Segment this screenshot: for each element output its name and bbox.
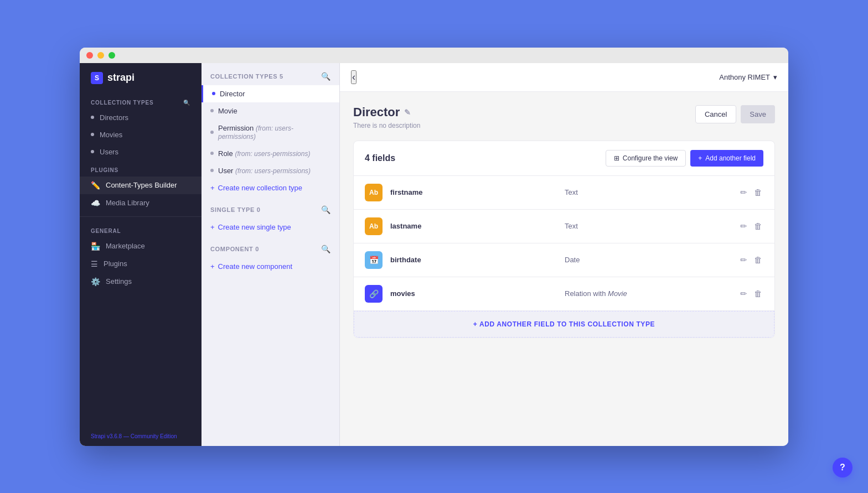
field-name-lastname: lastname (390, 222, 557, 230)
middle-item-director[interactable]: Director (202, 85, 339, 102)
user-menu[interactable]: Anthony RIMET ▾ (719, 73, 777, 81)
dot-icon (210, 152, 214, 155)
fields-actions: ⊞ Configure the view + Add another field (606, 150, 763, 167)
edit-lastname-button[interactable]: ✏ (739, 220, 748, 232)
help-button[interactable]: ? (833, 458, 852, 478)
middle-item-permission[interactable]: Permission (from: users-permissions) (202, 120, 339, 145)
user-name: Anthony RIMET (719, 73, 770, 81)
plus-icon: + (698, 154, 702, 162)
cloud-icon: ☁️ (91, 199, 100, 207)
field-type-movies: Relation with Movie (565, 289, 731, 298)
component-section-title: COMPONENT 0 (210, 246, 259, 252)
sidebar-item-plugins[interactable]: ☰ Plugins (80, 255, 202, 273)
chevron-down-icon: ▾ (773, 73, 777, 81)
sidebar-item-directors[interactable]: Directors (80, 109, 202, 126)
single-type-section-title: SINGLE TYPE 0 (210, 206, 261, 213)
plus-icon: + (210, 262, 215, 271)
content-area: ‹ Anthony RIMET ▾ Director ✎ There is no… (340, 63, 788, 446)
back-button[interactable]: ‹ (351, 70, 356, 84)
dot-icon (210, 109, 214, 112)
sidebar-item-content-types-builder[interactable]: ✏️ Content-Types Builder (80, 177, 202, 194)
save-button[interactable]: Save (741, 105, 775, 123)
single-type-search-icon[interactable]: 🔍 (321, 205, 330, 214)
sidebar-item-users[interactable]: Users (80, 143, 202, 160)
field-icon-text: Ab (365, 217, 383, 235)
field-row-lastname: Ab lastname Text ✏ 🗑 (354, 210, 774, 243)
add-field-button[interactable]: + Add another field (690, 150, 763, 167)
pencil-icon: ✏️ (91, 181, 100, 190)
field-name-firstname: firstname (390, 188, 557, 196)
field-actions-birthdate: ✏ 🗑 (739, 254, 763, 266)
field-actions-lastname: ✏ 🗑 (739, 220, 763, 232)
minimize-button[interactable] (97, 52, 104, 59)
sidebar-item-marketplace[interactable]: 🏪 Marketplace (80, 237, 202, 255)
field-row-movies: 🔗 movies Relation with Movie ✏ 🗑 (354, 277, 774, 311)
edit-title-icon[interactable]: ✎ (404, 108, 411, 117)
field-name-movies: movies (390, 289, 557, 298)
middle-item-movie[interactable]: Movie (202, 102, 339, 120)
collection-types-header: COLLECTION TYPES 5 🔍 (202, 63, 339, 85)
fields-count: 4 fields (365, 153, 395, 163)
dot-icon (210, 131, 214, 134)
plugins-icon: ☰ (91, 260, 98, 268)
sidebar: S strapi Collection Types 🔍 Directors Mo… (80, 63, 202, 446)
field-icon-date: 📅 (365, 251, 383, 269)
middle-item-user[interactable]: User (from: users-permissions) (202, 162, 339, 179)
maximize-button[interactable] (108, 52, 115, 59)
plus-icon: + (210, 184, 215, 192)
marketplace-icon: 🏪 (91, 242, 100, 251)
edit-firstname-button[interactable]: ✏ (739, 186, 748, 199)
field-actions-firstname: ✏ 🗑 (739, 186, 763, 199)
cancel-button[interactable]: Cancel (695, 105, 736, 123)
component-search-icon[interactable]: 🔍 (321, 245, 330, 253)
content-body: Director ✎ There is no description Cance… (340, 92, 788, 446)
section-label-collection-types: Collection Types 🔍 (80, 93, 202, 109)
plus-icon: + (210, 223, 215, 231)
titlebar (80, 48, 788, 63)
settings-icon: ⚙️ (91, 277, 100, 286)
ct-title-area: Director ✎ There is no description (353, 105, 420, 129)
field-type-firstname: Text (565, 188, 731, 196)
field-row-firstname: Ab firstname Text ✏ 🗑 (354, 176, 774, 210)
content-type-header: Director ✎ There is no description Cance… (353, 105, 775, 129)
dot-icon (91, 150, 94, 153)
middle-panel: COLLECTION TYPES 5 🔍 Director Movie Perm… (202, 63, 340, 446)
field-type-lastname: Text (565, 222, 731, 230)
close-button[interactable] (86, 52, 93, 59)
delete-birthdate-button[interactable]: 🗑 (753, 254, 763, 266)
strapi-logo-icon: S (91, 72, 103, 84)
delete-movies-button[interactable]: 🗑 (753, 288, 763, 300)
create-single-type-link[interactable]: + Create new single type (202, 219, 339, 236)
configure-view-button[interactable]: ⊞ Configure the view (606, 150, 686, 167)
sidebar-footer: Strapi v3.6.8 — Community Edition (80, 427, 202, 446)
field-name-birthdate: birthdate (390, 256, 557, 264)
section-label-general: General (80, 221, 202, 237)
collection-types-section-title: COLLECTION TYPES 5 (210, 73, 283, 80)
fields-card: 4 fields ⊞ Configure the view + Add anot… (353, 141, 775, 338)
add-another-field-bar[interactable]: + ADD ANOTHER FIELD TO THIS COLLECTION T… (354, 311, 774, 338)
active-dot-icon (212, 92, 215, 95)
fields-header: 4 fields ⊞ Configure the view + Add anot… (354, 141, 774, 176)
middle-item-role[interactable]: Role (from: users-permissions) (202, 145, 339, 162)
create-component-link[interactable]: + Create new component (202, 258, 339, 275)
delete-lastname-button[interactable]: 🗑 (753, 220, 763, 232)
ct-title: Director ✎ (353, 105, 420, 120)
sidebar-item-settings[interactable]: ⚙️ Settings (80, 273, 202, 290)
configure-icon: ⊞ (614, 154, 619, 162)
edit-movies-button[interactable]: ✏ (739, 288, 748, 300)
sidebar-divider (80, 216, 202, 217)
section-label-plugins: Plugins (80, 160, 202, 177)
ct-actions: Cancel Save (695, 105, 775, 123)
edit-birthdate-button[interactable]: ✏ (739, 254, 748, 266)
sidebar-item-media-library[interactable]: ☁️ Media Library (80, 194, 202, 212)
component-header: COMPONENT 0 🔍 (202, 236, 339, 258)
sidebar-item-movies[interactable]: Movies (80, 126, 202, 143)
create-collection-type-link[interactable]: + Create new collection type (202, 179, 339, 196)
collection-types-search-icon[interactable]: 🔍 (183, 100, 190, 106)
collection-types-search-icon[interactable]: 🔍 (321, 72, 330, 81)
sidebar-logo[interactable]: S strapi (80, 63, 202, 93)
dot-icon (91, 133, 94, 136)
sidebar-logo-text: strapi (107, 72, 135, 84)
field-row-birthdate: 📅 birthdate Date ✏ 🗑 (354, 243, 774, 277)
delete-firstname-button[interactable]: 🗑 (753, 186, 763, 199)
